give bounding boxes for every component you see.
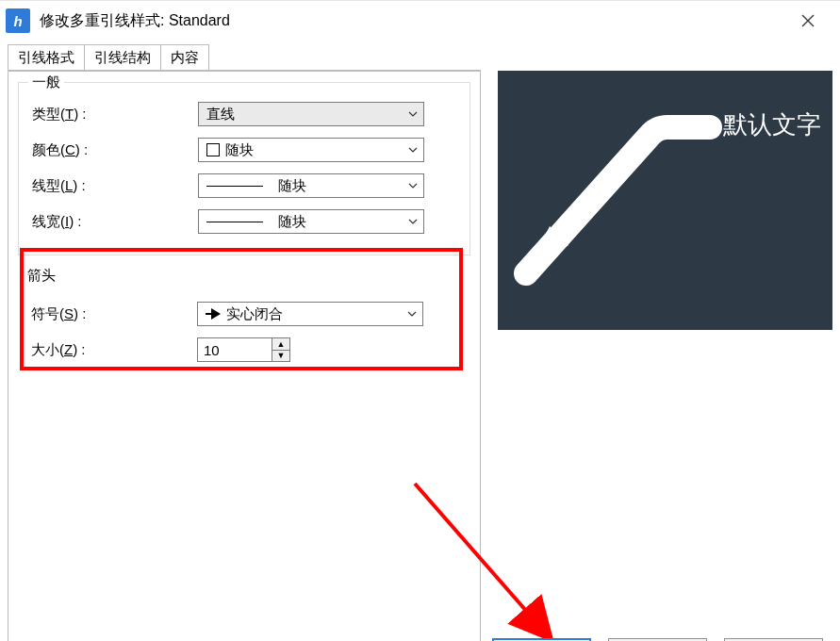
app-icon: h <box>6 8 30 33</box>
linetype-preview-icon <box>206 186 263 187</box>
color-swatch-icon <box>206 143 220 156</box>
chevron-down-icon <box>403 174 423 197</box>
window-title: 修改多重引线样式: Standard <box>40 11 789 31</box>
group-general: 一般 类型(T) : 直线 颜色(C) : <box>18 82 470 255</box>
arrow-filled-icon <box>206 308 221 320</box>
label-symbol: 符号(S) : <box>27 305 197 323</box>
combo-linetype[interactable]: 随块 <box>198 173 424 198</box>
label-color: 颜色(C) : <box>28 141 198 159</box>
group-general-legend: 一般 <box>28 74 64 91</box>
combo-type-value: 直线 <box>206 106 235 123</box>
spin-up-button[interactable]: ▲ <box>272 338 289 351</box>
title-bar: h 修改多重引线样式: Standard <box>0 1 840 41</box>
combo-symbol-value: 实心闭合 <box>226 305 283 323</box>
tab-leader-format[interactable]: 引线格式 <box>8 44 85 71</box>
chevron-down-icon <box>402 303 422 325</box>
combo-type[interactable]: 直线 <box>198 102 424 126</box>
label-type: 类型(T) : <box>28 106 198 123</box>
combo-lineweight-value: 随块 <box>278 213 306 231</box>
tab-content[interactable]: 内容 <box>160 44 209 71</box>
label-size: 大小(Z) : <box>27 341 197 359</box>
tab-leader-structure[interactable]: 引线结构 <box>84 44 161 71</box>
combo-color-value: 随块 <box>225 141 254 159</box>
combo-lineweight[interactable]: 随块 <box>198 209 424 234</box>
combo-color[interactable]: 随块 <box>198 138 424 162</box>
label-linetype: 线型(L) : <box>28 177 198 195</box>
svg-rect-0 <box>206 313 211 315</box>
chevron-down-icon <box>403 103 423 125</box>
lineweight-preview-icon <box>206 222 263 222</box>
close-icon <box>801 14 815 27</box>
size-input[interactable] <box>197 337 272 362</box>
preview-text: 默认文字 <box>723 108 821 141</box>
group-arrow: 箭头 符号(S) : 实心闭合 <box>18 267 470 383</box>
spinner-size[interactable]: ▲ ▼ <box>197 337 290 362</box>
tab-strip: 引线格式 引线结构 内容 <box>8 44 832 71</box>
combo-linetype-value: 随块 <box>278 177 306 195</box>
chevron-down-icon <box>403 210 423 233</box>
spin-down-button[interactable]: ▼ <box>272 351 289 362</box>
label-lineweight: 线宽(I) : <box>28 213 198 231</box>
preview-panel: 默认文字 <box>498 71 832 330</box>
form-panel: 一般 类型(T) : 直线 颜色(C) : <box>8 70 481 641</box>
group-arrow-legend: 箭头 <box>27 267 461 290</box>
chevron-down-icon <box>403 139 423 161</box>
close-button[interactable] <box>789 7 827 35</box>
combo-symbol[interactable]: 实心闭合 <box>197 302 423 326</box>
